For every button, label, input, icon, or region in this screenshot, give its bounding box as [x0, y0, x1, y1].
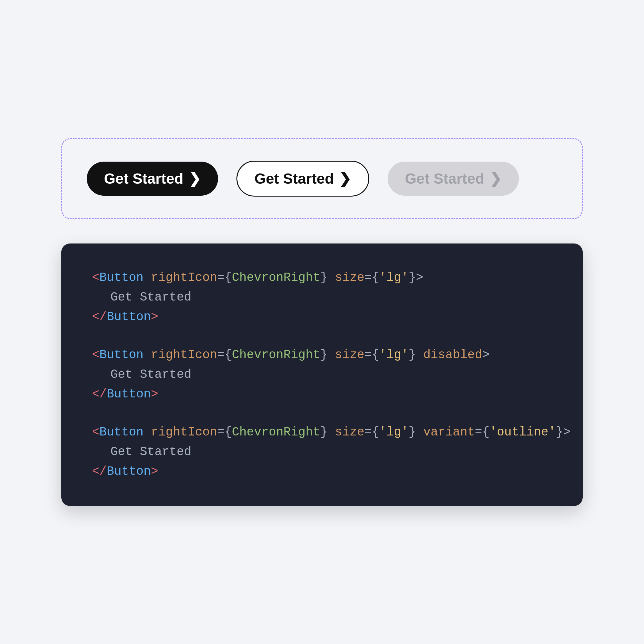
attr-chevron-val-2: ChevronRight: [232, 348, 320, 362]
button-outline[interactable]: Get Started ❯: [236, 161, 370, 197]
code-section-disabled: <Button rightIcon={ChevronRight} size={'…: [92, 345, 552, 404]
bracket-end-2: >: [151, 387, 158, 401]
attr-chevron-val-3: ChevronRight: [232, 425, 320, 439]
bracket-end-1: >: [151, 310, 158, 324]
tag-button-2: Button: [99, 348, 144, 362]
tag-button-1: Button: [99, 271, 144, 285]
text-get-started-1: Get Started: [110, 290, 191, 304]
preview-box: Get Started ❯ Get Started ❯ Get Started …: [61, 138, 583, 219]
code-content-3: Get Started: [92, 442, 552, 462]
code-content-2: Get Started: [92, 365, 552, 385]
button-solid-label: Get Started: [104, 170, 183, 187]
chevron-right-icon-solid: ❯: [189, 170, 201, 187]
bracket-close-1: </: [92, 310, 107, 324]
code-line-1-open: <Button rightIcon={ChevronRight} size={'…: [92, 268, 552, 288]
attr-righticon-1: rightIcon: [151, 271, 217, 285]
attr-size-val-3: 'lg': [379, 425, 408, 439]
code-section-solid: <Button rightIcon={ChevronRight} size={'…: [92, 268, 552, 327]
tag-button-close-3: Button: [107, 465, 151, 478]
bracket-open-3: <: [92, 425, 99, 439]
bracket-close-2: </: [92, 387, 107, 401]
bracket-open-1: <: [92, 271, 99, 285]
attr-righticon-2: rightIcon: [151, 348, 217, 362]
tag-button-3: Button: [99, 425, 144, 439]
chevron-right-icon-disabled: ❯: [490, 170, 502, 187]
attr-variant-val-3: 'outline': [489, 425, 556, 439]
tag-button-close-1: Button: [107, 310, 151, 324]
attr-variant-3: variant: [423, 425, 475, 439]
button-solid[interactable]: Get Started ❯: [87, 162, 218, 196]
tag-button-close-2: Button: [107, 387, 151, 401]
attr-chevron-val-1: ChevronRight: [232, 271, 320, 285]
attr-righticon-3: rightIcon: [151, 425, 217, 439]
text-get-started-3: Get Started: [110, 445, 191, 459]
attr-size-3: size: [335, 425, 364, 439]
main-container: Get Started ❯ Get Started ❯ Get Started …: [46, 138, 598, 506]
code-block: <Button rightIcon={ChevronRight} size={'…: [61, 243, 583, 506]
bracket-close-3: </: [92, 465, 107, 478]
code-line-3-close: </Button>: [92, 462, 552, 481]
attr-size-val-2: 'lg': [379, 348, 408, 362]
chevron-right-icon-outline: ❯: [339, 170, 351, 187]
text-get-started-2: Get Started: [110, 368, 191, 381]
bracket-open-2: <: [92, 348, 99, 362]
attr-size-1: size: [335, 271, 364, 285]
button-disabled: Get Started ❯: [388, 162, 519, 196]
code-content-1: Get Started: [92, 288, 552, 307]
code-line-2-open: <Button rightIcon={ChevronRight} size={'…: [92, 345, 552, 365]
attr-size-val-1: 'lg': [379, 271, 408, 285]
code-line-1-close: </Button>: [92, 307, 552, 327]
button-disabled-label: Get Started: [405, 170, 484, 187]
attr-size-2: size: [335, 348, 364, 362]
code-line-2-close: </Button>: [92, 385, 552, 404]
bracket-end-3: >: [151, 465, 158, 478]
button-outline-label: Get Started: [255, 170, 334, 187]
code-line-3-open: <Button rightIcon={ChevronRight} size={'…: [92, 423, 552, 442]
attr-disabled-2: disabled: [423, 348, 482, 362]
code-section-outline: <Button rightIcon={ChevronRight} size={'…: [92, 423, 552, 481]
